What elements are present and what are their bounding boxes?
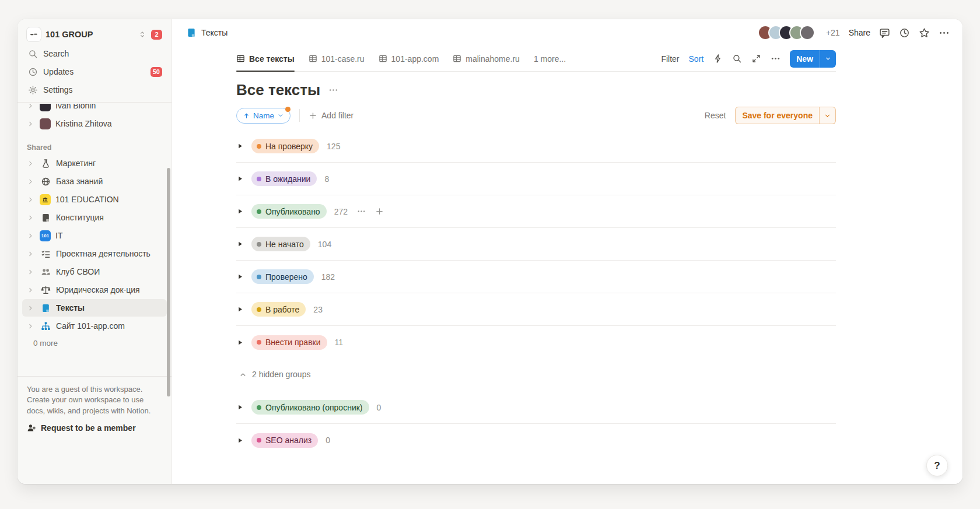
title-more-icon[interactable] — [328, 85, 338, 95]
expand-triangle-icon[interactable] — [236, 273, 251, 280]
chevron-right-icon[interactable] — [27, 178, 35, 185]
sidebar-item-юридическая-док-ция[interactable]: Юридическая док-ция — [22, 281, 167, 299]
sidebar-item-база-знаний[interactable]: База знаний — [22, 173, 167, 190]
expand-view-icon[interactable] — [751, 54, 761, 64]
group-status-tag[interactable]: SEO анализ — [251, 433, 318, 448]
group-row[interactable]: В работе23 — [236, 293, 836, 326]
group-label: Опубликовано (опросник) — [265, 403, 363, 412]
workspace-switcher[interactable]: 101 GROUP 2 — [22, 24, 167, 44]
group-add-icon[interactable] — [375, 207, 384, 216]
hidden-groups-toggle[interactable]: 2 hidden groups — [236, 359, 836, 390]
sidebar-person-row[interactable]: Kristina Zhitova — [22, 115, 167, 132]
expand-triangle-icon[interactable] — [236, 208, 251, 215]
group-row[interactable]: Внести правки11 — [236, 326, 836, 359]
favorite-star-icon[interactable] — [919, 27, 930, 38]
group-status-tag[interactable]: Внести правки — [251, 335, 327, 350]
sidebar-item-клуб-свои[interactable]: Клуб СВОИ — [22, 263, 167, 280]
chevron-right-icon[interactable] — [27, 268, 35, 276]
group-row[interactable]: Опубликовано272 — [236, 195, 836, 228]
group-status-tag[interactable]: В ожидании — [251, 171, 317, 186]
history-clock-icon[interactable] — [899, 27, 910, 38]
group-status-tag[interactable]: На проверку — [251, 139, 319, 153]
chevron-right-icon[interactable] — [27, 286, 35, 294]
sort-button[interactable]: Sort — [689, 54, 704, 64]
sidebar-item-label: Маркетинг — [56, 159, 162, 168]
automations-bolt-icon[interactable] — [713, 54, 723, 64]
chevron-right-icon[interactable] — [27, 250, 35, 258]
save-button-label[interactable]: Save for everyone — [736, 107, 819, 124]
sidebar-person-row[interactable]: Ivan Blohin — [22, 104, 167, 114]
view-tab-101-case.ru[interactable]: 101-case.ru — [309, 46, 365, 71]
view-tab-malinahome.ru[interactable]: malinahome.ru — [453, 46, 520, 71]
chevron-right-icon[interactable] — [27, 196, 35, 203]
sidebar-item-updates[interactable]: Updates50 — [22, 63, 167, 80]
topbar: Тексты +21 Share — [172, 19, 963, 46]
group-row[interactable]: Проверено182 — [236, 261, 836, 293]
search-view-icon[interactable] — [732, 54, 742, 64]
page-content: Все тексты101-case.ru101-app.commalinaho… — [236, 46, 836, 457]
avatar[interactable] — [800, 25, 815, 40]
request-member-button[interactable]: Request to be a member — [27, 423, 162, 433]
expand-triangle-icon[interactable] — [236, 339, 251, 346]
group-more-icon[interactable] — [357, 207, 366, 216]
new-dropdown-icon[interactable] — [820, 50, 836, 68]
chevron-right-icon[interactable] — [27, 232, 35, 240]
save-dropdown-icon[interactable] — [819, 107, 835, 124]
group-row[interactable]: Не начато104 — [236, 228, 836, 261]
expand-triangle-icon[interactable] — [236, 306, 251, 313]
group-status-tag[interactable]: Опубликовано (опросник) — [251, 400, 369, 415]
new-button-label[interactable]: New — [790, 50, 820, 68]
view-more-icon[interactable] — [771, 54, 780, 64]
sort-chip[interactable]: Name — [236, 108, 290, 124]
group-count: 0 — [377, 403, 382, 412]
sidebar-item-проектная-деятельность[interactable]: Проектная деятельность — [22, 245, 167, 262]
add-filter-button[interactable]: Add filter — [309, 111, 354, 120]
sidebar-scrollbar[interactable] — [167, 168, 170, 396]
avatars-overflow-count[interactable]: +21 — [826, 28, 840, 37]
filter-button[interactable]: Filter — [661, 54, 679, 64]
expand-triangle-icon[interactable] — [236, 437, 251, 444]
add-filter-label: Add filter — [321, 111, 354, 120]
sidebar-item-search[interactable]: Search — [22, 45, 167, 62]
view-tab-101-app.com[interactable]: 101-app.com — [379, 46, 439, 71]
chevron-right-icon[interactable] — [27, 304, 35, 312]
group-row[interactable]: В ожидании8 — [236, 163, 836, 195]
share-button[interactable]: Share — [849, 28, 870, 37]
group-row[interactable]: На проверку125 — [236, 130, 836, 163]
sidebar-item-конституция[interactable]: Конституция — [22, 209, 167, 226]
new-button[interactable]: New — [790, 50, 836, 68]
comments-icon[interactable] — [879, 27, 890, 38]
chevron-right-icon[interactable] — [27, 214, 35, 222]
more-options-icon[interactable] — [939, 27, 950, 38]
group-status-tag[interactable]: В работе — [251, 302, 306, 317]
group-row[interactable]: Опубликовано (опросник)0 — [236, 391, 836, 424]
sidebar-item-тексты[interactable]: Тексты — [22, 299, 167, 317]
group-status-tag[interactable]: Проверено — [251, 269, 314, 284]
sidebar-item-it[interactable]: 101IT — [22, 227, 167, 244]
chevron-right-icon[interactable] — [27, 104, 35, 110]
expand-triangle-icon[interactable] — [236, 240, 251, 248]
chevron-right-icon[interactable] — [27, 160, 35, 167]
reset-button[interactable]: Reset — [705, 111, 726, 120]
help-button[interactable]: ? — [926, 455, 948, 476]
sidebar-item-сайт-101-app.com[interactable]: Сайт 101-app.com — [22, 317, 167, 335]
chevron-right-icon[interactable] — [27, 120, 35, 128]
group-status-tag[interactable]: Не начато — [251, 237, 310, 251]
chevron-right-icon[interactable] — [27, 322, 35, 330]
group-row[interactable]: SEO анализ0 — [236, 424, 836, 457]
expand-triangle-icon[interactable] — [236, 403, 251, 411]
sidebar-top-section: 101 GROUP 2 SearchUpdates50Settings — [18, 19, 172, 99]
group-status-tag[interactable]: Опубликовано — [251, 204, 327, 219]
expand-triangle-icon[interactable] — [236, 175, 251, 182]
more-views-button[interactable]: 1 more... — [534, 54, 566, 64]
view-tab-все-тексты[interactable]: Все тексты — [236, 46, 295, 71]
member-avatars[interactable] — [758, 25, 815, 40]
sidebar-item-101-education[interactable]: 101 EDUCATION — [22, 191, 167, 208]
save-for-everyone-button[interactable]: Save for everyone — [735, 107, 836, 124]
sidebar-more-button[interactable]: 0 more — [18, 335, 172, 347]
expand-triangle-icon[interactable] — [236, 142, 251, 150]
sidebar-item-label: Updates — [43, 67, 146, 76]
sidebar-item-маркетинг[interactable]: Маркетинг — [22, 155, 167, 172]
sidebar-item-settings[interactable]: Settings — [22, 81, 167, 99]
breadcrumb[interactable]: Тексты — [186, 27, 228, 38]
